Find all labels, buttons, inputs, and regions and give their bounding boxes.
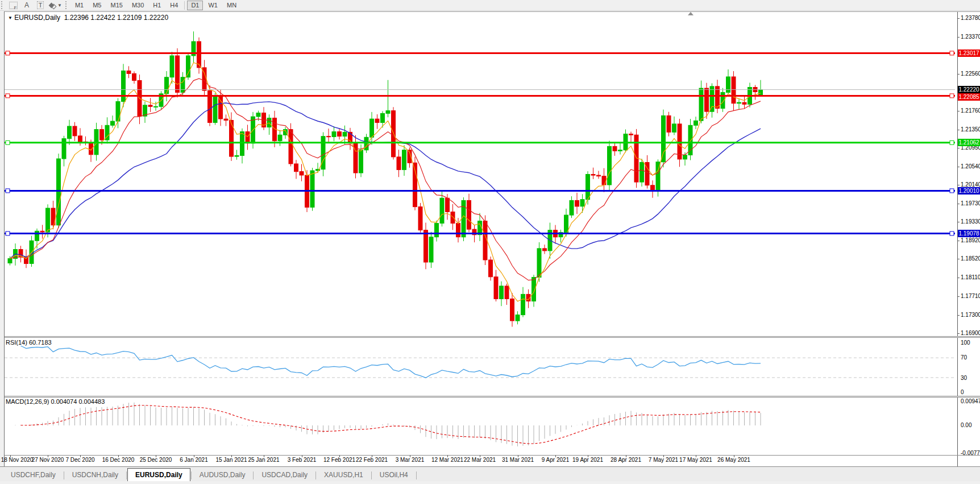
price-tick-label: 1.20540 bbox=[961, 163, 980, 170]
fibonacci-icon: F bbox=[9, 2, 18, 9]
timeframe-button-W1[interactable]: W1 bbox=[204, 1, 222, 10]
price-tick-label: 1.19330 bbox=[961, 218, 980, 225]
tab-separator bbox=[126, 471, 127, 479]
date-tick-label: 25 Jan 2021 bbox=[248, 457, 279, 463]
timeframe-button-M15[interactable]: M15 bbox=[106, 1, 126, 10]
rsi-tick-label: 0 bbox=[961, 389, 980, 396]
date-tick-label: 3 Feb 2021 bbox=[288, 457, 317, 463]
support-line-badge[interactable]: 1.19078 bbox=[958, 230, 980, 237]
price-tick-dash bbox=[957, 241, 960, 241]
rsi-tick-label: 100 bbox=[961, 340, 980, 346]
macd-tick-label: -0.00777 bbox=[961, 450, 980, 457]
price-tick-label: 1.16900 bbox=[961, 330, 980, 337]
chart-plot[interactable] bbox=[5, 12, 980, 466]
chart-tab-usdchf[interactable]: USDCHF,Daily bbox=[3, 469, 63, 481]
chart-ohlc: 1.22396 1.22422 1.22109 1.22220 bbox=[64, 14, 169, 22]
price-tick-dash bbox=[957, 296, 960, 297]
text-label-icon: T bbox=[37, 1, 44, 9]
date-tick-label: 12 Feb 2021 bbox=[323, 457, 355, 463]
fibonacci-tool-button[interactable]: F bbox=[7, 1, 19, 10]
price-tick-dash bbox=[957, 315, 960, 316]
text-tool-button[interactable]: A bbox=[21, 1, 32, 10]
chart-title[interactable]: ▼ EURUSD,Daily 1.22396 1.22422 1.22109 1… bbox=[8, 14, 168, 22]
tab-separator bbox=[315, 471, 316, 479]
macd-tick-label: 0.00 bbox=[961, 422, 980, 429]
support-line-badge[interactable]: 1.21062 bbox=[958, 139, 980, 146]
tab-separator bbox=[253, 471, 254, 479]
chart-tab-usoil[interactable]: USOil,H4 bbox=[372, 469, 416, 481]
price-tick-dash bbox=[957, 111, 960, 111]
chart-symbol: EURUSD,Daily bbox=[14, 14, 60, 22]
price-tick-label: 1.17300 bbox=[961, 312, 980, 318]
price-tick-label: 1.22560 bbox=[961, 71, 980, 77]
date-tick-label: 27 Nov 2020 bbox=[32, 457, 64, 463]
tab-separator bbox=[416, 471, 417, 479]
date-tick-label: 9 Apr 2021 bbox=[542, 457, 569, 463]
price-tick-label: 1.18110 bbox=[961, 274, 980, 281]
date-tick-label: 22 Feb 2021 bbox=[356, 457, 388, 463]
resistance-line-badge[interactable]: 1.22085 bbox=[958, 93, 980, 101]
price-tick-dash bbox=[957, 148, 960, 148]
price-tick-dash bbox=[957, 37, 960, 38]
chart-tab-audusd[interactable]: AUDUSD,Daily bbox=[192, 469, 253, 481]
timeframe-button-M1[interactable]: M1 bbox=[71, 1, 88, 10]
price-tick-dash bbox=[957, 204, 960, 204]
date-tick-label: 17 May 2021 bbox=[679, 457, 712, 463]
chart-frame-top bbox=[4, 11, 980, 12]
chart-tab-eurusd[interactable]: EURUSD,Daily bbox=[127, 468, 190, 481]
price-tick-label: 1.21350 bbox=[961, 126, 980, 133]
price-tick-label: 1.23780 bbox=[961, 15, 980, 22]
date-tick-label: 28 Apr 2021 bbox=[611, 457, 641, 463]
toolbar-grip-2[interactable] bbox=[65, 1, 68, 9]
tab-separator bbox=[371, 471, 372, 479]
macd-label: MACD(12,26,9) 0.004074 0.004483 bbox=[6, 398, 105, 405]
arrows-tool-button[interactable]: ▼ bbox=[48, 1, 63, 10]
price-tick-label: 1.21760 bbox=[961, 107, 980, 114]
tab-separator bbox=[191, 471, 192, 479]
rsi-label: RSI(14) 60.7183 bbox=[6, 339, 52, 346]
price-axis-border bbox=[957, 12, 958, 466]
date-tick-label: 18 Nov 2020 bbox=[1, 457, 34, 463]
current-price-badge[interactable]: 1.22220 bbox=[958, 86, 980, 93]
price-tick-label: 1.23370 bbox=[961, 34, 980, 40]
price-tick-dash bbox=[957, 222, 960, 222]
price-tick-label: 1.18920 bbox=[961, 237, 980, 244]
price-tick-dash bbox=[957, 74, 960, 75]
price-tick-dash bbox=[957, 278, 960, 278]
date-tick-label: 19 Apr 2021 bbox=[572, 457, 603, 463]
price-tick-dash bbox=[957, 167, 960, 167]
panel-separator-rsi[interactable] bbox=[5, 336, 980, 338]
symbol-dropdown-icon[interactable]: ▼ bbox=[8, 15, 13, 20]
rsi-tick-label: 30 bbox=[961, 375, 980, 382]
timeframe-button-MN[interactable]: MN bbox=[223, 1, 240, 10]
date-tick-label: 22 Mar 2021 bbox=[464, 457, 496, 463]
price-tick-dash bbox=[957, 185, 960, 185]
price-tick-dash bbox=[957, 259, 960, 259]
timeframe-button-M5[interactable]: M5 bbox=[89, 1, 105, 10]
chart-shift-marker[interactable] bbox=[688, 12, 694, 15]
toolbar-grip[interactable] bbox=[1, 1, 4, 9]
date-tick-label: 16 Dec 2020 bbox=[102, 457, 135, 463]
date-tick-label: 31 Mar 2021 bbox=[502, 457, 534, 463]
timeframe-button-D1[interactable]: D1 bbox=[187, 1, 203, 10]
panel-separator-macd[interactable] bbox=[5, 396, 980, 398]
timeframe-bar: M1M5M15M30H1H4D1W1MN bbox=[70, 1, 241, 10]
text-label-tool-button[interactable]: T bbox=[35, 1, 46, 10]
resistance-line-badge[interactable]: 1.23017 bbox=[958, 49, 980, 57]
chart-tab-usdcnh[interactable]: USDCNH,Daily bbox=[65, 469, 126, 481]
date-tick-label: 25 Dec 2020 bbox=[140, 457, 172, 463]
timeframe-button-H4[interactable]: H4 bbox=[166, 1, 182, 10]
mt4-window: F A T ▼ M1M5M15M30H1H4D1W1MN ▼ EURUSD,Da… bbox=[0, 0, 980, 484]
timeframe-button-H1[interactable]: H1 bbox=[149, 1, 165, 10]
price-tick-dash bbox=[957, 130, 960, 130]
support-line-badge[interactable]: 1.20010 bbox=[958, 187, 980, 195]
timeframe-button-M30[interactable]: M30 bbox=[128, 1, 148, 10]
price-tick-label: 1.17710 bbox=[961, 293, 980, 300]
chart-tab-bar: USDCHF,DailyUSDCNH,DailyEURUSD,DailyAUDU… bbox=[0, 467, 980, 481]
date-tick-label: 6 Jan 2021 bbox=[180, 457, 208, 463]
rsi-tick-label: 70 bbox=[961, 354, 980, 361]
chart-tab-xauusd[interactable]: XAUUSD,H1 bbox=[317, 469, 371, 481]
toolbar: F A T ▼ M1M5M15M30H1H4D1W1MN bbox=[0, 0, 980, 11]
date-tick-label: 3 Mar 2021 bbox=[396, 457, 425, 463]
chart-tab-usdcad[interactable]: USDCAD,Daily bbox=[254, 469, 315, 481]
